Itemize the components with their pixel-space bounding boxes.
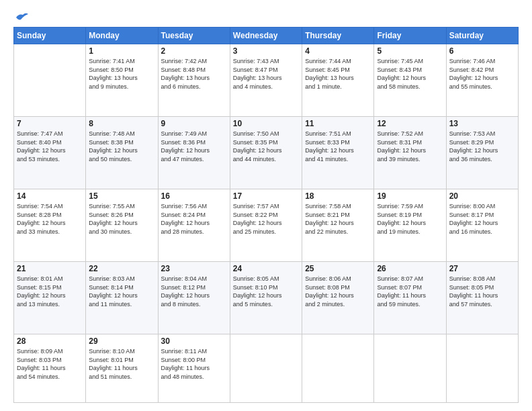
calendar-cell: 25Sunrise: 8:06 AM Sunset: 8:08 PM Dayli… bbox=[302, 262, 374, 334]
calendar-cell: 30Sunrise: 8:11 AM Sunset: 8:00 PM Dayli… bbox=[158, 334, 230, 403]
logo bbox=[13, 12, 28, 23]
day-number: 6 bbox=[449, 46, 515, 56]
calendar-cell: 12Sunrise: 7:52 AM Sunset: 8:31 PM Dayli… bbox=[374, 117, 446, 189]
week-row-4: 21Sunrise: 8:01 AM Sunset: 8:15 PM Dayli… bbox=[14, 262, 519, 334]
day-number: 25 bbox=[305, 264, 371, 273]
day-info: Sunrise: 8:06 AM Sunset: 8:08 PM Dayligh… bbox=[305, 275, 371, 308]
weekday-header-thursday: Thursday bbox=[302, 28, 374, 44]
calendar-cell bbox=[374, 334, 446, 403]
day-info: Sunrise: 8:10 AM Sunset: 8:01 PM Dayligh… bbox=[89, 347, 154, 381]
day-info: Sunrise: 7:59 AM Sunset: 8:19 PM Dayligh… bbox=[377, 202, 443, 236]
day-info: Sunrise: 7:55 AM Sunset: 8:26 PM Dayligh… bbox=[89, 202, 154, 236]
week-row-2: 7Sunrise: 7:47 AM Sunset: 8:40 PM Daylig… bbox=[14, 117, 519, 189]
day-info: Sunrise: 8:07 AM Sunset: 8:07 PM Dayligh… bbox=[377, 275, 443, 308]
calendar-cell: 26Sunrise: 8:07 AM Sunset: 8:07 PM Dayli… bbox=[374, 262, 446, 334]
calendar-cell: 13Sunrise: 7:53 AM Sunset: 8:29 PM Dayli… bbox=[446, 117, 518, 189]
weekday-header-monday: Monday bbox=[86, 28, 158, 44]
calendar-cell bbox=[302, 334, 374, 403]
calendar-table: SundayMondayTuesdayWednesdayThursdayFrid… bbox=[13, 27, 519, 403]
day-info: Sunrise: 8:03 AM Sunset: 8:14 PM Dayligh… bbox=[89, 275, 154, 308]
calendar-cell: 21Sunrise: 8:01 AM Sunset: 8:15 PM Dayli… bbox=[14, 262, 86, 334]
day-info: Sunrise: 7:56 AM Sunset: 8:24 PM Dayligh… bbox=[161, 202, 227, 236]
calendar-cell: 10Sunrise: 7:50 AM Sunset: 8:35 PM Dayli… bbox=[230, 117, 302, 189]
calendar-cell: 17Sunrise: 7:57 AM Sunset: 8:22 PM Dayli… bbox=[230, 189, 302, 262]
day-info: Sunrise: 7:46 AM Sunset: 8:42 PM Dayligh… bbox=[449, 57, 515, 91]
day-info: Sunrise: 7:57 AM Sunset: 8:22 PM Dayligh… bbox=[233, 202, 299, 236]
calendar-cell: 19Sunrise: 7:59 AM Sunset: 8:19 PM Dayli… bbox=[374, 189, 446, 262]
weekday-header-tuesday: Tuesday bbox=[158, 28, 230, 44]
day-info: Sunrise: 8:00 AM Sunset: 8:17 PM Dayligh… bbox=[449, 202, 515, 236]
day-number: 21 bbox=[17, 264, 83, 273]
day-info: Sunrise: 7:51 AM Sunset: 8:33 PM Dayligh… bbox=[305, 130, 371, 163]
calendar-cell: 18Sunrise: 7:58 AM Sunset: 8:21 PM Dayli… bbox=[302, 189, 374, 262]
day-info: Sunrise: 8:11 AM Sunset: 8:00 PM Dayligh… bbox=[161, 347, 227, 381]
day-info: Sunrise: 7:45 AM Sunset: 8:43 PM Dayligh… bbox=[377, 57, 443, 91]
day-info: Sunrise: 7:49 AM Sunset: 8:36 PM Dayligh… bbox=[161, 130, 227, 163]
calendar-cell: 15Sunrise: 7:55 AM Sunset: 8:26 PM Dayli… bbox=[86, 189, 158, 262]
day-number: 27 bbox=[449, 264, 515, 273]
weekday-header-saturday: Saturday bbox=[446, 28, 518, 44]
calendar-cell: 9Sunrise: 7:49 AM Sunset: 8:36 PM Daylig… bbox=[158, 117, 230, 189]
day-number: 10 bbox=[233, 119, 299, 128]
calendar-cell: 14Sunrise: 7:54 AM Sunset: 8:28 PM Dayli… bbox=[14, 189, 86, 262]
calendar-cell: 11Sunrise: 7:51 AM Sunset: 8:33 PM Dayli… bbox=[302, 117, 374, 189]
day-info: Sunrise: 8:01 AM Sunset: 8:15 PM Dayligh… bbox=[17, 275, 83, 308]
day-number: 12 bbox=[377, 119, 443, 128]
calendar-cell: 24Sunrise: 8:05 AM Sunset: 8:10 PM Dayli… bbox=[230, 262, 302, 334]
day-number: 5 bbox=[377, 46, 443, 56]
day-number: 28 bbox=[17, 336, 83, 346]
calendar-cell: 27Sunrise: 8:08 AM Sunset: 8:05 PM Dayli… bbox=[446, 262, 518, 334]
day-info: Sunrise: 8:05 AM Sunset: 8:10 PM Dayligh… bbox=[233, 275, 299, 308]
day-info: Sunrise: 8:04 AM Sunset: 8:12 PM Dayligh… bbox=[161, 275, 227, 308]
day-number: 24 bbox=[233, 264, 299, 273]
day-info: Sunrise: 7:42 AM Sunset: 8:48 PM Dayligh… bbox=[161, 57, 227, 91]
calendar-cell: 7Sunrise: 7:47 AM Sunset: 8:40 PM Daylig… bbox=[14, 117, 86, 189]
calendar-cell: 16Sunrise: 7:56 AM Sunset: 8:24 PM Dayli… bbox=[158, 189, 230, 262]
logo-bird-icon bbox=[15, 12, 28, 23]
calendar-cell bbox=[446, 334, 518, 403]
weekday-header-row: SundayMondayTuesdayWednesdayThursdayFrid… bbox=[14, 28, 519, 44]
day-number: 8 bbox=[89, 119, 154, 128]
day-number: 19 bbox=[377, 191, 443, 201]
week-row-5: 28Sunrise: 8:09 AM Sunset: 8:03 PM Dayli… bbox=[14, 334, 519, 403]
day-number: 23 bbox=[161, 264, 227, 273]
calendar-cell: 28Sunrise: 8:09 AM Sunset: 8:03 PM Dayli… bbox=[14, 334, 86, 403]
week-row-1: 1Sunrise: 7:41 AM Sunset: 8:50 PM Daylig… bbox=[14, 44, 519, 117]
day-number: 14 bbox=[17, 191, 83, 201]
day-number: 4 bbox=[305, 46, 371, 56]
day-info: Sunrise: 7:48 AM Sunset: 8:38 PM Dayligh… bbox=[89, 130, 154, 163]
day-info: Sunrise: 7:44 AM Sunset: 8:45 PM Dayligh… bbox=[305, 57, 371, 91]
calendar-cell: 3Sunrise: 7:43 AM Sunset: 8:47 PM Daylig… bbox=[230, 44, 302, 117]
day-number: 15 bbox=[89, 191, 154, 201]
calendar-cell: 5Sunrise: 7:45 AM Sunset: 8:43 PM Daylig… bbox=[374, 44, 446, 117]
day-info: Sunrise: 8:08 AM Sunset: 8:05 PM Dayligh… bbox=[449, 275, 515, 308]
day-info: Sunrise: 7:52 AM Sunset: 8:31 PM Dayligh… bbox=[377, 130, 443, 163]
day-number: 30 bbox=[161, 336, 227, 346]
day-number: 22 bbox=[89, 264, 154, 273]
day-number: 3 bbox=[233, 46, 299, 56]
day-number: 11 bbox=[305, 119, 371, 128]
calendar-cell: 23Sunrise: 8:04 AM Sunset: 8:12 PM Dayli… bbox=[158, 262, 230, 334]
week-row-3: 14Sunrise: 7:54 AM Sunset: 8:28 PM Dayli… bbox=[14, 189, 519, 262]
calendar-cell bbox=[230, 334, 302, 403]
day-number: 29 bbox=[89, 336, 154, 346]
weekday-header-wednesday: Wednesday bbox=[230, 28, 302, 44]
day-info: Sunrise: 8:09 AM Sunset: 8:03 PM Dayligh… bbox=[17, 347, 83, 381]
day-info: Sunrise: 7:58 AM Sunset: 8:21 PM Dayligh… bbox=[305, 202, 371, 236]
day-number: 18 bbox=[305, 191, 371, 201]
day-info: Sunrise: 7:54 AM Sunset: 8:28 PM Dayligh… bbox=[17, 202, 83, 236]
weekday-header-sunday: Sunday bbox=[14, 28, 86, 44]
day-number: 16 bbox=[161, 191, 227, 201]
day-number: 13 bbox=[449, 119, 515, 128]
day-number: 9 bbox=[161, 119, 227, 128]
calendar-cell: 1Sunrise: 7:41 AM Sunset: 8:50 PM Daylig… bbox=[86, 44, 158, 117]
day-number: 26 bbox=[377, 264, 443, 273]
calendar-cell: 6Sunrise: 7:46 AM Sunset: 8:42 PM Daylig… bbox=[446, 44, 518, 117]
day-number: 2 bbox=[161, 46, 227, 56]
day-number: 1 bbox=[89, 46, 154, 56]
day-number: 20 bbox=[449, 191, 515, 201]
header bbox=[13, 12, 519, 23]
calendar-cell: 8Sunrise: 7:48 AM Sunset: 8:38 PM Daylig… bbox=[86, 117, 158, 189]
day-info: Sunrise: 7:50 AM Sunset: 8:35 PM Dayligh… bbox=[233, 130, 299, 163]
day-info: Sunrise: 7:41 AM Sunset: 8:50 PM Dayligh… bbox=[89, 57, 154, 91]
